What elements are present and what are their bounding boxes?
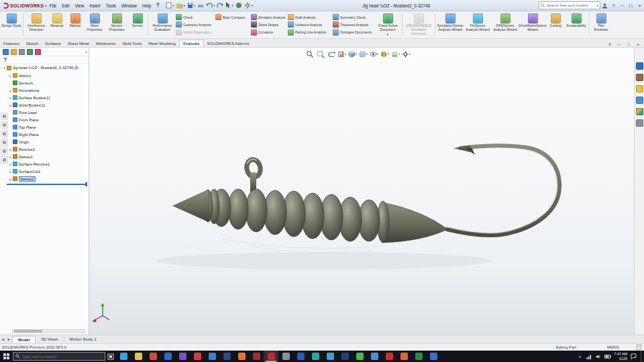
task-view-icon[interactable] xyxy=(105,351,116,362)
doc-minimize-button[interactable]: − xyxy=(616,42,623,47)
tab-scroll-left-icon[interactable]: ◀ xyxy=(0,337,6,341)
section-properties-button[interactable]: Section Properties xyxy=(105,12,128,38)
docked-tool-icon-4[interactable] xyxy=(1,139,8,146)
taskbar-search-box[interactable] xyxy=(13,352,105,361)
redo-icon[interactable] xyxy=(216,1,224,10)
taskbar-app-browser-blue[interactable] xyxy=(160,351,175,362)
tree-item-history[interactable]: ▸History xyxy=(0,72,89,79)
tab-features[interactable]: Features xyxy=(0,40,23,47)
taskbar-app-blue-2[interactable] xyxy=(367,351,382,362)
expand-arrow-icon[interactable]: ▾ xyxy=(2,66,7,70)
taskbar-app-word[interactable] xyxy=(293,351,308,362)
tab-evaluate[interactable]: Evaluate xyxy=(179,40,204,47)
simulationxpress-wizard-button[interactable]: SimulationXpress Analysis Wizard xyxy=(437,12,464,38)
rebuild-icon[interactable] xyxy=(235,1,243,10)
expand-arrow-icon[interactable]: ▸ xyxy=(8,170,13,174)
performance-evaluation-button[interactable]: Performance Evaluation xyxy=(150,12,175,38)
part-reviewer-button[interactable]: Part Reviewer xyxy=(591,12,611,38)
docked-tool-icon-5[interactable] xyxy=(1,147,8,155)
tree-item-sweep1[interactable]: ▸Sweep1 xyxy=(0,153,89,160)
symmetry-check-button[interactable]: Symmetry Check xyxy=(333,13,374,21)
tab-sketch[interactable]: Sketch xyxy=(23,40,42,47)
zoom-area-icon[interactable] xyxy=(316,50,325,58)
tree-item-surface-revolve1[interactable]: ▸Surface-Revolve1 xyxy=(0,160,89,168)
filter-icon[interactable] xyxy=(3,57,8,62)
tree-item-origin[interactable]: Origin xyxy=(0,138,89,145)
costing-button[interactable]: Costing xyxy=(547,12,564,38)
taskbar-app-youtube[interactable] xyxy=(382,351,396,362)
units-indicator[interactable]: MMGS xyxy=(607,345,619,349)
taskbar-app-solidworks[interactable] xyxy=(264,351,278,362)
new-document-icon[interactable]: ▾ xyxy=(165,1,174,10)
taskbar-app-dark-blue[interactable] xyxy=(337,351,352,362)
taskbar-search-input[interactable] xyxy=(22,355,97,359)
tree-item-right-plane[interactable]: Right Plane xyxy=(0,131,89,138)
propertymanager-tab[interactable] xyxy=(11,49,17,55)
battery-icon[interactable] xyxy=(604,353,611,361)
menu-insert[interactable]: Insert xyxy=(87,3,103,8)
design-study-button[interactable]: Design Study xyxy=(1,12,21,38)
taskbar-app-file-explorer[interactable] xyxy=(131,351,146,362)
help-button[interactable]: ? xyxy=(609,1,618,10)
expand-arrow-icon[interactable]: ▸ xyxy=(8,74,13,78)
login-user-icon[interactable] xyxy=(600,1,609,10)
dfmxpress-wizard-button[interactable]: DFMXpress Analysis Wizard xyxy=(492,12,519,38)
deviation-analysis-button[interactable]: Deviation Analysis xyxy=(251,13,287,21)
menu-edit[interactable]: Edit xyxy=(59,3,72,8)
tree-item-material[interactable]: Pure Lead xyxy=(0,109,89,116)
check-active-document-button[interactable]: Check Active Document▾ xyxy=(375,12,400,38)
taskbar-app-telegram[interactable] xyxy=(323,351,337,362)
thickness-analysis-button[interactable]: Thickness Analysis xyxy=(333,21,374,28)
taskbar-app-orange[interactable] xyxy=(396,351,411,362)
check-button[interactable]: Check xyxy=(176,13,215,21)
tab-solidworks-addins[interactable]: SOLIDWORKS Add-Ins xyxy=(204,40,253,47)
tree-item-top-plane[interactable]: Top Plane xyxy=(0,123,89,131)
tree-item-sensors[interactable]: Sensors xyxy=(0,79,89,86)
section-view-icon[interactable]: ▾ xyxy=(337,50,346,58)
solidworks-logo[interactable]: SOLIDWORKS ▸ xyxy=(3,3,47,9)
floxpress-wizard-button[interactable]: FloXpress Analysis Wizard xyxy=(464,12,491,38)
mass-properties-button[interactable]: Mass Properties xyxy=(85,12,105,38)
tree-horizontal-scrollbar[interactable] xyxy=(12,329,85,333)
apply-scene-icon[interactable]: ▾ xyxy=(391,50,400,58)
taskbar-clock[interactable]: 7:47 AM0125 xyxy=(614,352,627,361)
tree-item-surfacecut1[interactable]: ▸SurfaceCut1 xyxy=(0,168,89,175)
tab-model[interactable]: Model xyxy=(12,336,36,343)
taskbar-app-blue-3[interactable] xyxy=(426,351,441,362)
taskbar-app-chrome[interactable] xyxy=(146,351,160,362)
tab-3d-views[interactable]: 3D Views xyxy=(36,337,64,343)
sustainability-button[interactable]: Sustainability xyxy=(565,12,588,38)
undo-icon[interactable]: ▾ xyxy=(205,1,215,10)
docked-tool-icon-3[interactable] xyxy=(1,130,8,137)
edit-appearance-icon[interactable]: ▾ xyxy=(380,50,389,58)
rollback-bar[interactable] xyxy=(7,184,86,185)
tab-motion-study-1[interactable]: Motion Study 1 xyxy=(64,337,103,343)
taskbar-app-edge[interactable] xyxy=(116,351,131,362)
select-cursor-icon[interactable]: ▾ xyxy=(225,1,233,10)
expand-arrow-icon[interactable]: ▸ xyxy=(8,96,13,100)
open-document-icon[interactable]: ▾ xyxy=(176,1,186,10)
taskbar-app-excel[interactable] xyxy=(411,351,426,362)
curvature-button[interactable]: Curvature xyxy=(251,29,287,36)
zoom-fit-icon[interactable] xyxy=(305,50,314,58)
tab-mold-tools[interactable]: Mold Tools xyxy=(119,40,146,47)
3dexperience-connector-button[interactable]: 3DEXPERIENCE Simulation Connector xyxy=(404,12,433,38)
collapse-ribbon-icon[interactable]: ∧ xyxy=(606,42,613,47)
docked-tool-icon-6[interactable] xyxy=(1,156,8,164)
menu-window[interactable]: Window xyxy=(119,3,140,8)
interference-detection-button[interactable]: Interference Detection xyxy=(25,12,48,38)
view-orientation-icon[interactable]: ▾ xyxy=(348,50,357,58)
dimxpertmanager-tab[interactable] xyxy=(27,49,33,55)
close-button[interactable]: × xyxy=(635,1,644,10)
print-icon[interactable] xyxy=(197,1,205,10)
tab-sheet-metal[interactable]: Sheet Metal xyxy=(64,40,93,47)
file-search-box[interactable]: ▾ xyxy=(539,1,600,9)
expand-arrow-icon[interactable]: ▸ xyxy=(8,103,13,107)
status-sheet-icon[interactable] xyxy=(637,345,641,351)
sensor-button[interactable]: Sensor xyxy=(129,12,146,38)
driveworksxpress-wizard-button[interactable]: DriveWorksXpress Wizard xyxy=(519,12,546,38)
search-caret-icon[interactable]: ▾ xyxy=(597,4,598,7)
taskbar-app-dark-red[interactable] xyxy=(249,351,264,362)
tree-root-item[interactable]: ▾ Jig head ¾OZ - Mustard2_0-32746 (D xyxy=(0,64,89,72)
scrollbar-thumb[interactable] xyxy=(14,330,42,333)
